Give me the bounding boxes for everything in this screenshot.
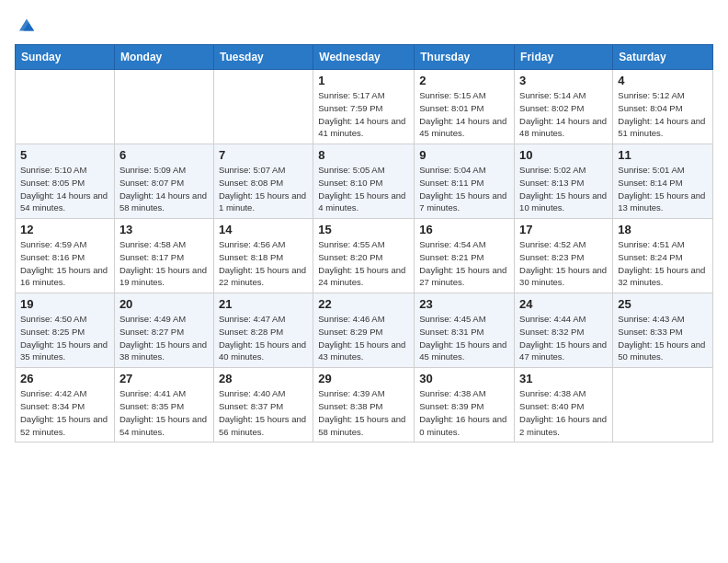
week-row-3: 12Sunrise: 4:59 AMSunset: 8:16 PMDayligh… (16, 219, 713, 293)
day-number: 10 (519, 148, 608, 162)
day-number: 5 (20, 148, 109, 162)
day-cell: 21Sunrise: 4:47 AMSunset: 8:28 PMDayligh… (213, 293, 313, 368)
day-number: 26 (20, 372, 109, 385)
day-cell: 6Sunrise: 5:09 AMSunset: 8:07 PMDaylight… (114, 144, 213, 219)
day-info: Sunrise: 5:01 AMSunset: 8:14 PMDaylight:… (618, 164, 708, 214)
day-cell: 4Sunrise: 5:12 AMSunset: 8:04 PMDaylight… (613, 70, 713, 144)
day-cell: 17Sunrise: 4:52 AMSunset: 8:23 PMDayligh… (515, 219, 613, 293)
day-info: Sunrise: 4:52 AMSunset: 8:23 PMDaylight:… (519, 238, 608, 289)
weekday-header-thursday: Thursday (415, 45, 515, 70)
day-cell: 25Sunrise: 4:43 AMSunset: 8:33 PMDayligh… (613, 293, 713, 368)
day-info: Sunrise: 4:38 AMSunset: 8:39 PMDaylight:… (419, 387, 509, 438)
day-cell: 30Sunrise: 4:38 AMSunset: 8:39 PMDayligh… (415, 368, 515, 442)
day-number: 2 (419, 74, 509, 87)
day-number: 14 (219, 223, 308, 236)
day-cell: 23Sunrise: 4:45 AMSunset: 8:31 PMDayligh… (415, 293, 515, 368)
day-number: 30 (419, 372, 509, 385)
day-cell: 19Sunrise: 4:50 AMSunset: 8:25 PMDayligh… (16, 293, 115, 368)
day-info: Sunrise: 4:55 AMSunset: 8:20 PMDaylight:… (318, 238, 409, 289)
day-info: Sunrise: 5:04 AMSunset: 8:11 PMDaylight:… (419, 164, 509, 214)
day-info: Sunrise: 4:40 AMSunset: 8:37 PMDaylight:… (219, 387, 308, 438)
day-cell: 26Sunrise: 4:42 AMSunset: 8:34 PMDayligh… (16, 368, 115, 442)
day-number: 20 (119, 297, 209, 311)
day-info: Sunrise: 5:10 AMSunset: 8:05 PMDaylight:… (20, 164, 109, 214)
day-cell: 9Sunrise: 5:04 AMSunset: 8:11 PMDaylight… (415, 144, 515, 219)
day-number: 18 (618, 223, 708, 236)
weekday-header-sunday: Sunday (16, 45, 115, 70)
calendar-table: SundayMondayTuesdayWednesdayThursdayFrid… (15, 44, 713, 442)
day-number: 7 (219, 148, 308, 162)
day-info: Sunrise: 5:15 AMSunset: 8:01 PMDaylight:… (419, 89, 509, 140)
weekday-header-monday: Monday (114, 45, 213, 70)
day-number: 29 (318, 372, 409, 385)
logo-icon (17, 15, 37, 35)
week-row-2: 5Sunrise: 5:10 AMSunset: 8:05 PMDaylight… (16, 144, 713, 219)
day-info: Sunrise: 4:39 AMSunset: 8:38 PMDaylight:… (318, 387, 409, 438)
day-cell: 3Sunrise: 5:14 AMSunset: 8:02 PMDaylight… (515, 70, 613, 144)
day-number: 21 (219, 297, 308, 311)
week-row-1: 1Sunrise: 5:17 AMSunset: 7:59 PMDaylight… (16, 70, 713, 144)
day-info: Sunrise: 5:17 AMSunset: 7:59 PMDaylight:… (318, 89, 409, 140)
day-info: Sunrise: 4:38 AMSunset: 8:40 PMDaylight:… (519, 387, 608, 438)
day-cell: 16Sunrise: 4:54 AMSunset: 8:21 PMDayligh… (415, 219, 515, 293)
weekday-header-wednesday: Wednesday (313, 45, 415, 70)
day-number: 12 (20, 223, 109, 236)
day-cell: 5Sunrise: 5:10 AMSunset: 8:05 PMDaylight… (16, 144, 115, 219)
day-number: 6 (119, 148, 209, 162)
day-number: 9 (419, 148, 509, 162)
day-number: 22 (318, 297, 409, 311)
day-cell: 13Sunrise: 4:58 AMSunset: 8:17 PMDayligh… (114, 219, 213, 293)
day-info: Sunrise: 5:12 AMSunset: 8:04 PMDaylight:… (618, 89, 708, 140)
day-cell: 10Sunrise: 5:02 AMSunset: 8:13 PMDayligh… (515, 144, 613, 219)
day-info: Sunrise: 4:46 AMSunset: 8:29 PMDaylight:… (318, 313, 409, 363)
weekday-header-row: SundayMondayTuesdayWednesdayThursdayFrid… (16, 45, 713, 70)
day-number: 15 (318, 223, 409, 236)
day-cell: 28Sunrise: 4:40 AMSunset: 8:37 PMDayligh… (213, 368, 313, 442)
day-cell: 27Sunrise: 4:41 AMSunset: 8:35 PMDayligh… (114, 368, 213, 442)
day-info: Sunrise: 4:54 AMSunset: 8:21 PMDaylight:… (419, 238, 509, 289)
day-cell: 7Sunrise: 5:07 AMSunset: 8:08 PMDaylight… (213, 144, 313, 219)
weekday-header-saturday: Saturday (613, 45, 713, 70)
day-number: 27 (119, 372, 209, 385)
day-number: 23 (419, 297, 509, 311)
day-cell: 29Sunrise: 4:39 AMSunset: 8:38 PMDayligh… (313, 368, 415, 442)
day-number: 8 (318, 148, 409, 162)
day-cell: 24Sunrise: 4:44 AMSunset: 8:32 PMDayligh… (515, 293, 613, 368)
day-number: 28 (219, 372, 308, 385)
calendar-page: SundayMondayTuesdayWednesdayThursdayFrid… (0, 0, 728, 563)
day-cell: 12Sunrise: 4:59 AMSunset: 8:16 PMDayligh… (16, 219, 115, 293)
day-info: Sunrise: 5:09 AMSunset: 8:07 PMDaylight:… (119, 164, 209, 214)
day-cell (213, 70, 313, 144)
day-cell: 8Sunrise: 5:05 AMSunset: 8:10 PMDaylight… (313, 144, 415, 219)
day-cell: 18Sunrise: 4:51 AMSunset: 8:24 PMDayligh… (613, 219, 713, 293)
day-number: 31 (519, 372, 608, 385)
day-cell (16, 70, 115, 144)
day-number: 3 (519, 74, 608, 87)
day-info: Sunrise: 4:51 AMSunset: 8:24 PMDaylight:… (618, 238, 708, 289)
day-cell: 31Sunrise: 4:38 AMSunset: 8:40 PMDayligh… (515, 368, 613, 442)
day-info: Sunrise: 4:44 AMSunset: 8:32 PMDaylight:… (519, 313, 608, 363)
day-cell: 11Sunrise: 5:01 AMSunset: 8:14 PMDayligh… (613, 144, 713, 219)
day-cell: 14Sunrise: 4:56 AMSunset: 8:18 PMDayligh… (213, 219, 313, 293)
day-info: Sunrise: 4:59 AMSunset: 8:16 PMDaylight:… (20, 238, 109, 289)
header (15, 15, 713, 35)
day-info: Sunrise: 5:14 AMSunset: 8:02 PMDaylight:… (519, 89, 608, 140)
day-number: 13 (119, 223, 209, 236)
day-number: 11 (618, 148, 708, 162)
day-info: Sunrise: 4:42 AMSunset: 8:34 PMDaylight:… (20, 387, 109, 438)
day-info: Sunrise: 4:56 AMSunset: 8:18 PMDaylight:… (219, 238, 308, 289)
day-number: 16 (419, 223, 509, 236)
week-row-4: 19Sunrise: 4:50 AMSunset: 8:25 PMDayligh… (16, 293, 713, 368)
day-info: Sunrise: 4:50 AMSunset: 8:25 PMDaylight:… (20, 313, 109, 363)
day-info: Sunrise: 5:05 AMSunset: 8:10 PMDaylight:… (318, 164, 409, 214)
day-cell (613, 368, 713, 442)
day-number: 25 (618, 297, 708, 311)
weekday-header-friday: Friday (515, 45, 613, 70)
day-number: 4 (618, 74, 708, 87)
day-info: Sunrise: 4:43 AMSunset: 8:33 PMDaylight:… (618, 313, 708, 363)
day-number: 19 (20, 297, 109, 311)
day-info: Sunrise: 5:07 AMSunset: 8:08 PMDaylight:… (219, 164, 308, 214)
day-info: Sunrise: 4:45 AMSunset: 8:31 PMDaylight:… (419, 313, 509, 363)
day-cell: 15Sunrise: 4:55 AMSunset: 8:20 PMDayligh… (313, 219, 415, 293)
day-cell (114, 70, 213, 144)
